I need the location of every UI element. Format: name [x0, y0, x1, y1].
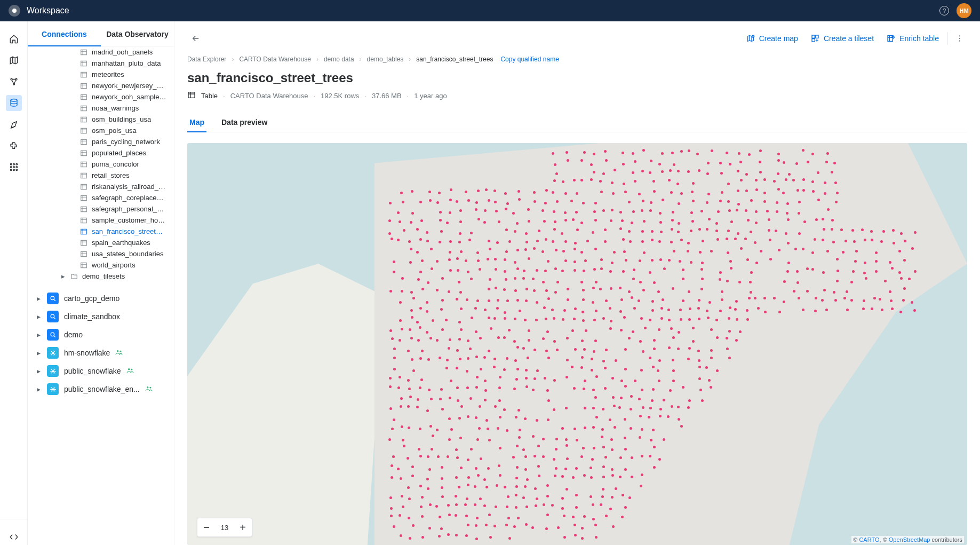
chevron-right-icon: › [360, 56, 362, 63]
svg-rect-21 [81, 139, 87, 144]
help-icon[interactable]: ? [939, 6, 949, 15]
tab-data-preview[interactable]: Data preview [219, 113, 269, 132]
svg-rect-30 [81, 240, 87, 245]
warehouse-label: CARTO Data Warehouse [230, 92, 308, 100]
tree-connection-item[interactable]: ▸carto_gcp_demo [32, 289, 170, 307]
tree-table-item[interactable]: safegraph_personal_car... [32, 203, 170, 215]
rail-data-icon[interactable] [6, 95, 22, 111]
tree-item-label: riskanalysis_railroad_ac... [92, 183, 166, 191]
back-button[interactable] [187, 30, 204, 47]
tree-table-item[interactable]: osm_buildings_usa [32, 114, 170, 125]
tree-connection-item[interactable]: ▸demo [32, 326, 170, 344]
topbar: Workspace ? HM [0, 0, 980, 21]
tree-table-item[interactable]: osm_pois_usa [32, 125, 170, 136]
svg-point-49 [959, 41, 960, 42]
divider [947, 32, 948, 45]
breadcrumb-item[interactable]: demo_tables [367, 56, 404, 63]
svg-point-12 [15, 169, 17, 171]
tree-table-item[interactable]: usa_states_boundaries [32, 248, 170, 259]
rail-maps-icon[interactable] [6, 52, 22, 68]
rail-explore-icon[interactable] [6, 116, 22, 132]
tree-table-item[interactable]: populated_places [32, 147, 170, 159]
tree-item-label: newyork_ooh_sample_a... [92, 93, 166, 101]
tree-item-label: public_snowflake [64, 367, 121, 375]
tree-connection-item[interactable]: ▸public_snowflake_en... [32, 380, 170, 398]
tree-table-item[interactable]: safegraph_coreplaces_s... [32, 192, 170, 203]
tree[interactable]: madrid_ooh_panelsmanhattan_pluto_datamet… [28, 46, 174, 545]
more-button[interactable] [952, 31, 967, 46]
tree-item-label: newyork_newjersey_ooh... [92, 82, 166, 90]
tree-item-label: demo [64, 330, 83, 339]
svg-point-39 [131, 368, 132, 370]
folder-icon [70, 273, 78, 280]
tree-item-label: osm_pois_usa [92, 127, 137, 135]
tree-item-label: meteorites [92, 70, 124, 78]
avatar[interactable]: HM [957, 3, 971, 18]
tree-item-label: spain_earthquakes [92, 239, 150, 247]
tree-connection-item[interactable]: ▸hm-snowflake [32, 344, 170, 362]
svg-rect-28 [81, 218, 87, 223]
content-tabs: Map Data preview [187, 113, 967, 132]
svg-point-34 [51, 314, 54, 318]
tree-table-item[interactable]: riskanalysis_railroad_ac... [32, 181, 170, 192]
tab-data-observatory[interactable]: Data Observatory [101, 21, 174, 46]
chevron-right-icon: › [409, 56, 411, 63]
table-type-icon [187, 91, 196, 101]
kind-label: Table [201, 92, 218, 100]
map-view[interactable]: − 13 + © CARTO, © OpenStreetMap contribu… [187, 143, 967, 545]
breadcrumb-item[interactable]: Data Explorer [187, 56, 226, 63]
tree-table-item[interactable]: san_francisco_street_trees [32, 226, 170, 237]
svg-point-4 [10, 163, 12, 165]
svg-rect-18 [81, 106, 87, 110]
tree-item-label: demo_tilesets [82, 272, 125, 280]
svg-point-38 [128, 368, 130, 370]
bigquery-icon [47, 311, 59, 322]
create-tileset-button[interactable]: Create a tileset [807, 31, 878, 46]
rail-home-icon[interactable] [6, 31, 22, 47]
create-map-button[interactable]: Create map [742, 31, 802, 46]
tree-table-item[interactable]: spain_earthquakes [32, 237, 170, 248]
rows-label: 192.5K rows [321, 92, 359, 100]
tree-table-item[interactable]: paris_cycling_network [32, 136, 170, 147]
zoom-out-button[interactable]: − [197, 518, 216, 536]
tab-map[interactable]: Map [187, 113, 206, 132]
copy-qualified-name-link[interactable]: Copy qualified name [500, 56, 559, 63]
enrich-table-button[interactable]: Enrich table [882, 31, 943, 46]
attr-osm-link[interactable]: OpenStreetMap [889, 536, 930, 543]
breadcrumb-item[interactable]: demo data [324, 56, 354, 63]
tree-item-label: sample_customer_home... [92, 216, 166, 224]
zoom-in-button[interactable]: + [234, 518, 252, 536]
tree-item-label: safegraph_personal_car... [92, 205, 166, 213]
tree-connection-item[interactable]: ▸public_snowflake [32, 362, 170, 380]
svg-rect-46 [888, 36, 893, 42]
tree-table-item[interactable]: retail_stores [32, 170, 170, 181]
tree-table-item[interactable]: madrid_ooh_panels [32, 46, 170, 58]
rail-devtools-icon[interactable] [6, 529, 22, 545]
chevron-right-icon: › [316, 56, 318, 63]
tab-connections[interactable]: Connections [28, 21, 101, 46]
tree-table-item[interactable]: newyork_newjersey_ooh... [32, 80, 170, 91]
tree-table-item[interactable]: puma_concolor [32, 159, 170, 170]
tree-table-item[interactable]: noaa_warnings [32, 102, 170, 114]
tree-connection-item[interactable]: ▸climate_sandbox [32, 307, 170, 326]
tree-table-item[interactable]: world_airports [32, 259, 170, 271]
rail-plugin-icon[interactable] [6, 138, 22, 154]
tree-table-item[interactable]: newyork_ooh_sample_a... [32, 91, 170, 102]
tree-table-item[interactable]: manhattan_pluto_data [32, 58, 170, 69]
point-layer [390, 151, 920, 545]
svg-rect-31 [81, 251, 87, 256]
tree-table-item[interactable]: meteorites [32, 69, 170, 80]
tree-table-item[interactable]: sample_customer_home... [32, 215, 170, 226]
tree-folder-item[interactable]: ▸demo_tilesets [32, 271, 170, 282]
bigquery-icon [47, 329, 59, 341]
rail-workflows-icon[interactable] [6, 74, 22, 90]
svg-point-36 [117, 350, 119, 352]
attr-carto-link[interactable]: CARTO [859, 536, 879, 543]
tree-item-label: carto_gcp_demo [64, 294, 119, 303]
svg-point-9 [15, 167, 17, 168]
rail-apps-icon[interactable] [6, 159, 22, 175]
svg-rect-23 [81, 162, 87, 167]
tree-item-label: madrid_ooh_panels [92, 48, 153, 56]
chevron-right-icon: ▸ [35, 294, 42, 303]
breadcrumb-item[interactable]: CARTO Data Warehouse [239, 56, 311, 63]
